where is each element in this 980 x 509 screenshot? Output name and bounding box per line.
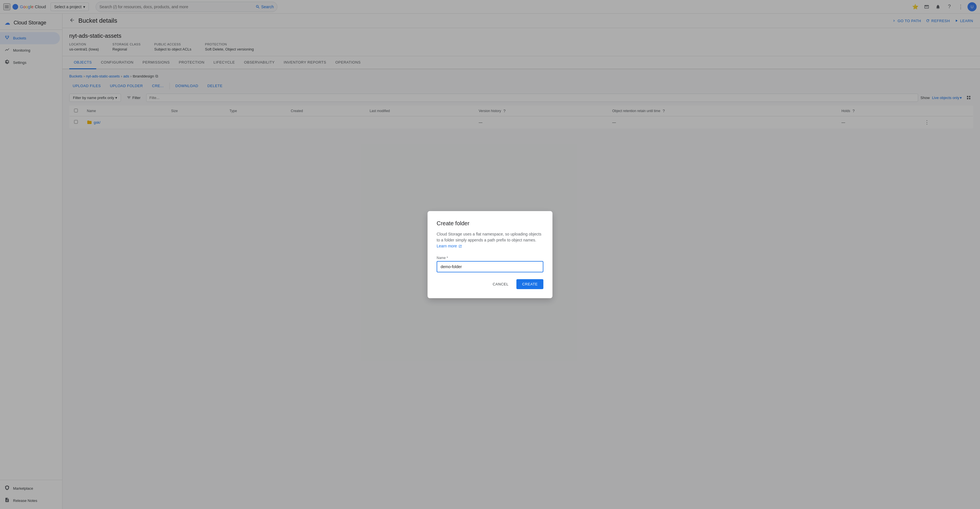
dialog-name-field: Name * bbox=[437, 256, 543, 273]
cancel-button[interactable]: CANCEL bbox=[487, 279, 514, 289]
dialog-description: Cloud Storage uses a flat namespace, so … bbox=[437, 231, 543, 249]
create-button[interactable]: CREATE bbox=[516, 279, 543, 289]
dialog-actions: CANCEL CREATE bbox=[437, 279, 543, 289]
dialog-overlay: Create folder Cloud Storage uses a flat … bbox=[0, 0, 980, 509]
learn-more-link[interactable]: Learn more bbox=[437, 244, 462, 248]
dialog-title: Create folder bbox=[437, 220, 543, 227]
dialog-name-label: Name * bbox=[437, 256, 543, 260]
create-folder-dialog: Create folder Cloud Storage uses a flat … bbox=[428, 211, 552, 298]
folder-name-input[interactable] bbox=[437, 261, 543, 273]
